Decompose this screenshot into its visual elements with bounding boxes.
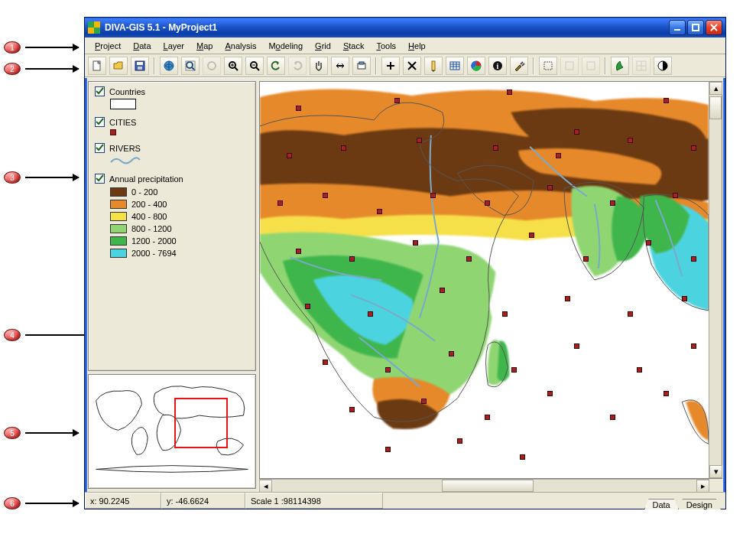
menu-map[interactable]: Map xyxy=(191,40,218,52)
menu-stack[interactable]: Stack xyxy=(338,40,370,52)
tb-select-clear[interactable] xyxy=(582,57,600,75)
city-marker[interactable] xyxy=(547,185,553,190)
city-marker[interactable] xyxy=(377,209,382,214)
overview-extent[interactable] xyxy=(174,398,228,448)
scroll-up-icon[interactable]: ▴ xyxy=(709,82,722,95)
city-marker[interactable] xyxy=(502,311,508,317)
city-marker[interactable] xyxy=(349,256,355,262)
scroll-thumb[interactable] xyxy=(442,480,534,492)
menu-grid[interactable]: Grid xyxy=(310,40,336,52)
tb-undo[interactable] xyxy=(267,57,285,75)
menu-help[interactable]: Help xyxy=(403,40,431,52)
scroll-right-icon[interactable]: ▸ xyxy=(696,480,709,493)
tb-redo[interactable] xyxy=(288,57,307,75)
city-marker[interactable] xyxy=(296,249,301,254)
city-marker[interactable] xyxy=(628,138,633,143)
tb-diva[interactable] xyxy=(611,57,629,75)
close-button[interactable] xyxy=(706,20,722,35)
horizontal-scrollbar[interactable]: ◂ ▸ xyxy=(259,479,709,492)
menu-modeling[interactable]: Modeling xyxy=(263,40,308,52)
tb-new[interactable] xyxy=(88,57,106,75)
city-marker[interactable] xyxy=(529,233,534,238)
city-marker[interactable] xyxy=(610,200,615,206)
tb-contrast[interactable] xyxy=(654,57,672,75)
city-marker[interactable] xyxy=(574,343,579,349)
city-marker[interactable] xyxy=(511,367,517,373)
city-marker[interactable] xyxy=(349,407,355,412)
city-marker[interactable] xyxy=(323,193,328,198)
tb-save[interactable] xyxy=(131,57,149,75)
city-marker[interactable] xyxy=(628,311,633,317)
checkbox-icon[interactable] xyxy=(95,174,105,184)
city-marker[interactable] xyxy=(682,296,687,301)
scroll-down-icon[interactable]: ▾ xyxy=(709,465,722,478)
city-marker[interactable] xyxy=(368,311,373,317)
tb-globe[interactable] xyxy=(160,57,178,75)
overview-map[interactable] xyxy=(88,374,256,489)
city-marker[interactable] xyxy=(485,415,490,420)
tb-zoom-in[interactable] xyxy=(224,57,242,75)
city-marker[interactable] xyxy=(556,153,561,158)
checkbox-icon[interactable] xyxy=(95,117,105,127)
city-marker[interactable] xyxy=(394,98,400,103)
tb-open[interactable] xyxy=(109,57,128,75)
menu-data[interactable]: Data xyxy=(128,40,156,52)
city-marker[interactable] xyxy=(417,138,422,143)
city-marker[interactable] xyxy=(507,90,512,95)
city-marker[interactable] xyxy=(430,193,436,198)
city-marker[interactable] xyxy=(610,415,615,420)
titlebar[interactable]: DIVA-GIS 5.1 - MyProject1 xyxy=(85,18,725,37)
city-marker[interactable] xyxy=(664,98,669,103)
menu-analysis[interactable]: Analysis xyxy=(219,40,261,52)
tb-pan[interactable] xyxy=(310,57,328,75)
city-marker[interactable] xyxy=(287,153,292,158)
city-marker[interactable] xyxy=(457,438,462,444)
scroll-thumb[interactable] xyxy=(709,96,722,119)
tb-remove[interactable] xyxy=(403,57,421,75)
vertical-scrollbar[interactable]: ▴ ▾ xyxy=(709,82,722,478)
tb-grid-tool[interactable] xyxy=(632,57,651,75)
city-marker[interactable] xyxy=(485,200,490,206)
tb-select-rect[interactable] xyxy=(539,57,557,75)
menu-layer[interactable]: Layer xyxy=(158,40,190,52)
layer-rivers[interactable]: RIVERS xyxy=(95,143,249,166)
tb-filter[interactable] xyxy=(467,57,485,75)
city-marker[interactable] xyxy=(574,129,579,135)
tb-identify[interactable] xyxy=(424,57,443,75)
city-marker[interactable] xyxy=(385,367,391,373)
tab-data[interactable]: Data xyxy=(644,499,679,509)
tb-zoom-extent[interactable] xyxy=(181,57,200,75)
tb-add[interactable] xyxy=(381,57,400,75)
map-view[interactable]: ▴ ▾ xyxy=(259,81,722,479)
city-marker[interactable] xyxy=(277,200,283,206)
minimize-button[interactable] xyxy=(669,20,686,35)
tab-design[interactable]: Design xyxy=(678,499,721,509)
city-marker[interactable] xyxy=(323,360,328,365)
city-marker[interactable] xyxy=(646,240,651,246)
scroll-left-icon[interactable]: ◂ xyxy=(259,480,272,493)
checkbox-icon[interactable] xyxy=(95,86,105,96)
city-marker[interactable] xyxy=(385,447,391,452)
city-marker[interactable] xyxy=(493,145,498,151)
city-marker[interactable] xyxy=(673,193,678,198)
city-marker[interactable] xyxy=(637,367,642,373)
city-marker[interactable] xyxy=(305,304,310,309)
city-marker[interactable] xyxy=(466,256,472,262)
city-marker[interactable] xyxy=(547,391,553,396)
layer-cities[interactable]: CITIES xyxy=(95,117,249,135)
tb-info[interactable]: i xyxy=(488,57,507,75)
tb-measure[interactable] xyxy=(331,57,349,75)
checkbox-icon[interactable] xyxy=(95,143,105,153)
tb-select-poly[interactable] xyxy=(560,57,579,75)
maximize-button[interactable] xyxy=(687,20,704,35)
layer-countries[interactable]: Countries xyxy=(95,86,249,109)
tb-snapshot[interactable] xyxy=(352,57,371,75)
city-marker[interactable] xyxy=(449,351,454,356)
city-marker[interactable] xyxy=(413,240,418,246)
tb-tools[interactable] xyxy=(510,57,528,75)
city-marker[interactable] xyxy=(421,399,427,404)
tb-table[interactable] xyxy=(446,57,464,75)
tb-zoom-out[interactable] xyxy=(245,57,264,75)
city-marker[interactable] xyxy=(440,288,445,293)
city-marker[interactable] xyxy=(296,106,301,111)
